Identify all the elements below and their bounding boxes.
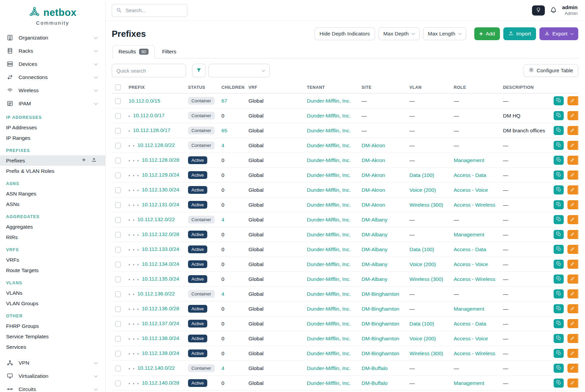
copy-button[interactable] [554, 245, 564, 254]
sidebar-group-devices[interactable]: Devices [0, 57, 105, 71]
copy-button[interactable] [554, 334, 564, 343]
sidebar-item-services[interactable]: Services [0, 342, 105, 352]
copy-button[interactable] [554, 275, 564, 284]
site-link[interactable]: DM-Akron [362, 202, 385, 208]
row-checkbox[interactable] [115, 247, 121, 253]
sidebar-item-vlans[interactable]: VLANs [0, 288, 105, 298]
sidebar-group-organization[interactable]: Organization [0, 31, 105, 44]
site-link[interactable]: DM-Binghamton [362, 350, 399, 356]
row-checkbox[interactable] [115, 128, 121, 134]
edit-button[interactable] [567, 319, 578, 328]
row-checkbox[interactable] [115, 381, 121, 386]
row-checkbox[interactable] [115, 217, 121, 223]
edit-dropdown-caret[interactable] [578, 126, 578, 135]
site-link[interactable]: DM-Binghamton [362, 306, 399, 312]
edit-dropdown-caret[interactable] [578, 156, 578, 165]
sidebar-item-vrfs[interactable]: VRFs [0, 255, 105, 265]
site-link[interactable]: DM-Binghamton [362, 291, 399, 297]
copy-button[interactable] [554, 96, 564, 105]
tenant-link[interactable]: Dunder-Mifflin, Inc. [307, 98, 351, 104]
row-checkbox[interactable] [115, 366, 121, 371]
children-link[interactable]: 4 [221, 142, 224, 148]
configure-table-button[interactable]: Configure Table [524, 64, 578, 77]
sidebar-group-vpn[interactable]: VPN [0, 356, 105, 369]
edit-dropdown-caret[interactable] [578, 319, 578, 328]
vlan-link[interactable]: Data (100) [409, 246, 434, 252]
copy-button[interactable] [554, 364, 564, 373]
site-link[interactable]: DM-Akron [362, 157, 385, 163]
import-button[interactable]: Import [503, 27, 536, 40]
row-checkbox[interactable] [115, 173, 121, 178]
sidebar-item-prefixes[interactable]: Prefixes [0, 155, 105, 166]
edit-button[interactable] [567, 96, 578, 105]
prefix-link[interactable]: 10.112.133.0/24 [142, 246, 179, 252]
prefix-link[interactable]: 10.112.129.0/24 [142, 172, 179, 178]
edit-dropdown-caret[interactable] [578, 378, 578, 388]
edit-button[interactable] [567, 334, 578, 343]
user-menu[interactable]: admin Admin [562, 4, 578, 16]
edit-dropdown-caret[interactable] [578, 275, 578, 284]
tenant-link[interactable]: Dunder-Mifflin, Inc. [307, 291, 351, 297]
prefix-link[interactable]: 10.112.132.0/22 [137, 216, 175, 222]
row-checkbox[interactable] [115, 187, 121, 193]
vlan-link[interactable]: Wireless (300) [409, 202, 443, 208]
children-link[interactable]: 4 [221, 217, 224, 223]
prefix-link[interactable]: 10.112.0.0/15 [129, 98, 160, 104]
edit-dropdown-caret[interactable] [578, 260, 578, 269]
filter-button[interactable] [192, 64, 206, 77]
copy-button[interactable] [554, 289, 564, 298]
add-button[interactable]: + Add [474, 27, 500, 40]
children-link[interactable]: 4 [221, 291, 224, 297]
tenant-link[interactable]: Dunder-Mifflin, Inc. [307, 232, 351, 237]
copy-button[interactable] [554, 141, 564, 150]
edit-button[interactable] [567, 245, 578, 254]
edit-button[interactable] [567, 111, 578, 120]
sidebar-item-service-templates[interactable]: Service Templates [0, 331, 105, 342]
edit-button[interactable] [567, 364, 578, 373]
tenant-link[interactable]: Dunder-Mifflin, Inc. [307, 380, 351, 386]
row-checkbox[interactable] [115, 336, 121, 342]
edit-button[interactable] [567, 378, 578, 388]
edit-button[interactable] [567, 200, 578, 209]
tenant-link[interactable]: Dunder-Mifflin, Inc. [307, 113, 351, 119]
sidebar-item-asn-ranges[interactable]: ASN Ranges [0, 188, 105, 199]
column-header-prefix[interactable]: PREFIX [125, 81, 185, 94]
role-link[interactable]: Access - Data [454, 321, 486, 326]
prefix-link[interactable]: 10.112.0.0/17 [133, 112, 165, 118]
site-link[interactable]: DM-Albany [362, 261, 388, 267]
sidebar-item-aggregates[interactable]: Aggregates [0, 221, 105, 232]
tenant-link[interactable]: Dunder-Mifflin, Inc. [307, 321, 351, 326]
copy-button[interactable] [554, 304, 564, 313]
edit-dropdown-caret[interactable] [578, 349, 578, 358]
role-link[interactable]: Access - Wireless [454, 202, 495, 208]
row-checkbox[interactable] [115, 143, 121, 149]
column-header-children[interactable]: CHILDREN [218, 81, 245, 94]
sidebar-item-asns[interactable]: ASNs [0, 199, 105, 209]
prefix-link[interactable]: 10.112.137.0/24 [142, 320, 179, 326]
role-link[interactable]: Management [454, 306, 484, 312]
copy-button[interactable] [554, 319, 564, 328]
search-input[interactable] [112, 4, 187, 17]
site-link[interactable]: DM-Binghamton [362, 321, 399, 326]
site-link[interactable]: DM-Akron [362, 187, 385, 193]
site-link[interactable]: DM-Akron [362, 172, 385, 178]
max-depth-dropdown[interactable]: Max Depth [378, 27, 420, 40]
tenant-link[interactable]: Dunder-Mifflin, Inc. [307, 172, 351, 178]
edit-button[interactable] [567, 126, 578, 135]
tenant-link[interactable]: Dunder-Mifflin, Inc. [307, 276, 351, 282]
children-link[interactable]: 65 [221, 128, 227, 133]
edit-dropdown-caret[interactable] [578, 245, 578, 254]
row-checkbox[interactable] [115, 98, 121, 104]
children-link[interactable]: 67 [221, 98, 227, 104]
edit-dropdown-caret[interactable] [578, 289, 578, 298]
column-header-site[interactable]: SITE [358, 81, 406, 94]
edit-dropdown-caret[interactable] [578, 111, 578, 120]
hide-depth-indicators-button[interactable]: Hide Depth Indicators [315, 27, 375, 40]
prefix-link[interactable]: 10.112.128.0/28 [142, 157, 179, 163]
sidebar-group-virtualization[interactable]: Virtualization [0, 369, 105, 383]
role-link[interactable]: Access - Wireless [454, 276, 495, 282]
sidebar-group-circuits[interactable]: Circuits [0, 383, 105, 392]
row-checkbox[interactable] [115, 306, 121, 312]
column-header-status[interactable]: STATUS [185, 81, 218, 94]
edit-dropdown-caret[interactable] [578, 185, 578, 194]
